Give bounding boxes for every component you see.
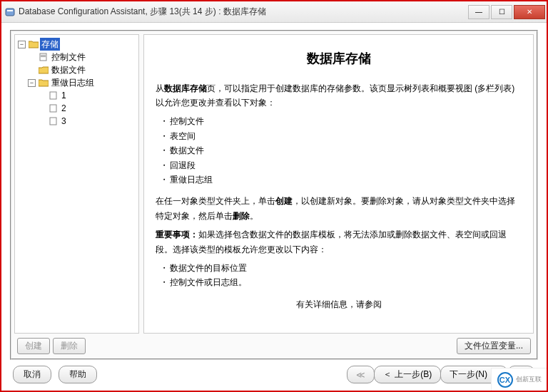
watermark-logo: CX [497, 372, 513, 388]
list-item: 控制文件或日志组。 [171, 275, 522, 289]
file-icon [39, 53, 49, 61]
create-delete-paragraph: 在任一对象类型文件夹上，单击创建，以创建新对象。要删除对象，请从对象类型文件夹中… [156, 194, 522, 223]
title-bar: Database Configuration Assistant, 步骤 13(… [1, 1, 547, 23]
object-list: 控制文件 表空间 数据文件 回退段 重做日志组 [156, 114, 522, 187]
folder-open-icon [39, 78, 49, 87]
svg-rect-4 [41, 56, 46, 57]
svg-rect-6 [50, 105, 56, 112]
folder-icon [39, 66, 49, 74]
collapse-icon[interactable]: − [18, 41, 26, 48]
tree-node-redo-log-groups[interactable]: − 重做日志组 [28, 76, 137, 89]
page-heading: 数据库存储 [156, 48, 522, 70]
svg-rect-7 [50, 118, 56, 125]
back-start-button[interactable]: ≪ [347, 366, 375, 383]
list-item: 数据文件 [171, 143, 522, 158]
watermark: CX 创新互联 [491, 368, 547, 391]
watermark-text: 创新互联 [516, 375, 542, 384]
window-title: Database Configuration Assistant, 步骤 13(… [19, 6, 468, 18]
tree-node-storage[interactable]: − 存储 [18, 38, 137, 51]
tree-label: 2 [60, 102, 68, 115]
svg-rect-0 [6, 9, 14, 16]
close-icon: ✕ [527, 8, 532, 16]
cancel-button[interactable]: 取消 [13, 366, 51, 383]
storage-tree[interactable]: − 存储 控制文件 [14, 34, 139, 334]
see-also: 有关详细信息，请参阅 [156, 297, 522, 311]
tree-label-storage: 存储 [40, 38, 60, 51]
list-item: 回退段 [171, 158, 522, 172]
tree-node-data-files[interactable]: 数据文件 [28, 63, 137, 76]
maximize-icon: ☐ [499, 8, 505, 16]
tree-label: 控制文件 [50, 51, 87, 63]
back-button[interactable]: ＜上一步(B) [374, 366, 441, 383]
folder-open-icon [29, 40, 39, 48]
intro-paragraph: 从数据库存储页，可以指定用于创建数据库的存储参数。该页显示树列表和概要视图 (多… [156, 81, 522, 110]
list-item: 控制文件 [171, 114, 522, 128]
maximize-button[interactable]: ☐ [491, 5, 512, 19]
create-button[interactable]: 创建 [17, 338, 50, 354]
svg-rect-1 [7, 10, 13, 11]
double-chevron-left-icon: ≪ [356, 370, 365, 380]
file-icon [49, 104, 59, 113]
important-paragraph: 重要事项：如果选择包含数据文件的数据库模板，将无法添加或删除数据文件、表空间或回… [156, 227, 522, 257]
minimize-button[interactable]: — [468, 5, 489, 19]
tree-node-redo-1[interactable]: 1 [38, 89, 137, 102]
tree-node-control-files[interactable]: 控制文件 [28, 51, 137, 63]
delete-button[interactable]: 删除 [53, 338, 86, 354]
template-list: 数据文件的目标位置 控制文件或日志组。 [156, 261, 522, 290]
tree-label: 数据文件 [50, 63, 87, 76]
tree-label: 重做日志组 [50, 76, 96, 89]
minimize-icon: — [475, 8, 482, 16]
svg-rect-5 [50, 92, 56, 99]
list-item: 表空间 [171, 129, 522, 143]
svg-rect-3 [41, 55, 46, 56]
file-location-variables-button[interactable]: 文件位置变量... [457, 338, 531, 354]
content-pane: 数据库存储 从数据库存储页，可以指定用于创建数据库的存储参数。该页显示树列表和概… [143, 34, 534, 334]
help-button[interactable]: 帮助 [59, 366, 97, 383]
tree-node-redo-2[interactable]: 2 [38, 102, 137, 115]
collapse-icon[interactable]: − [28, 79, 36, 87]
file-icon [49, 91, 59, 100]
list-item: 重做日志组 [171, 172, 522, 187]
list-item: 数据文件的目标位置 [171, 261, 522, 275]
close-button[interactable]: ✕ [514, 5, 545, 19]
tree-label: 1 [60, 89, 68, 102]
app-icon [4, 6, 16, 18]
chevron-left-icon: ＜ [383, 368, 392, 381]
tree-node-redo-3[interactable]: 3 [38, 115, 137, 128]
tree-label: 3 [60, 115, 68, 128]
file-icon [49, 117, 59, 125]
